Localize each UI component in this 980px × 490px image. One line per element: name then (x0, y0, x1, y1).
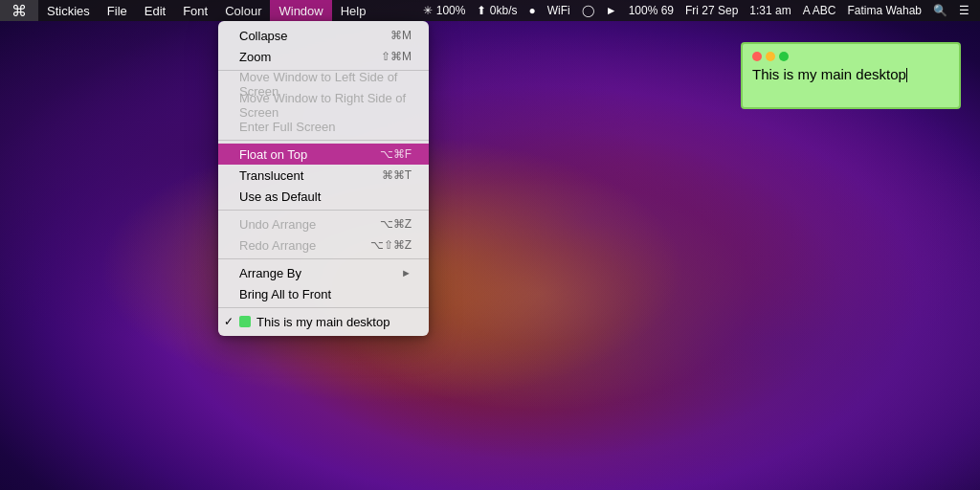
separator-2 (218, 140, 429, 141)
menu-main-desktop[interactable]: ✓ This is my main desktop (218, 311, 429, 332)
menu-translucent[interactable]: Translucent ⌘⌘T (218, 165, 429, 186)
menubar-window[interactable]: Window (270, 0, 331, 21)
wifi-item[interactable]: WiFi (543, 0, 575, 21)
menu-fullscreen: Enter Full Screen (218, 116, 429, 137)
separator-4 (218, 258, 429, 259)
brightness-item: ✳ 100% (418, 0, 470, 21)
menubar-font[interactable]: Font (174, 0, 216, 21)
time-item: 1:31 am (745, 0, 795, 21)
separator-5 (218, 307, 429, 308)
close-button[interactable] (752, 52, 762, 61)
menubar-left: ⌘ Stickies File Edit Font Colour Window … (0, 0, 374, 21)
volume-item[interactable]: ► (601, 0, 622, 21)
menu-redo-arrange: Redo Arrange ⌥⇧⌘Z (218, 234, 429, 256)
window-menu-dropdown: Collapse ⌘M Zoom ⇧⌘M Move Window to Left… (218, 21, 429, 336)
search-icon[interactable]: 🔍 (928, 0, 952, 21)
menu-collapse[interactable]: Collapse ⌘M (218, 25, 429, 46)
sticky-note-text[interactable]: This is my main desktop (752, 65, 949, 84)
text-cursor (906, 68, 907, 82)
bluetooth-item[interactable]: ● (523, 0, 540, 21)
input-method-item[interactable]: A ABC (798, 0, 841, 21)
network-item: ⬆ 0kb/s (472, 0, 522, 21)
menu-float-on-top[interactable]: Float on Top ⌥⌘F (218, 144, 429, 165)
menubar: ⌘ Stickies File Edit Font Colour Window … (0, 0, 980, 21)
menu-move-right: Move Window to Right Side of Screen (218, 95, 429, 116)
menubar-edit[interactable]: Edit (136, 0, 174, 21)
notification-item[interactable]: ◯ (577, 0, 599, 21)
menubar-help[interactable]: Help (332, 0, 375, 21)
green-dot-icon (239, 316, 251, 327)
menu-bring-all-front[interactable]: Bring All to Front (218, 283, 429, 304)
checkmark-icon: ✓ (224, 315, 234, 328)
zoom-button[interactable] (779, 52, 789, 61)
battery-item: 100% 69 (624, 0, 679, 21)
menu-undo-arrange: Undo Arrange ⌥⌘Z (218, 213, 429, 234)
menu-use-as-default[interactable]: Use as Default (218, 186, 429, 207)
menu-arrange-by[interactable]: Arrange By ► (218, 262, 429, 283)
menu-extras-icon[interactable]: ☰ (954, 0, 974, 21)
username-item: Fatima Wahab (842, 0, 926, 21)
apple-menu[interactable]: ⌘ (0, 0, 38, 21)
menubar-stickies[interactable]: Stickies (38, 0, 99, 21)
date-item: Fri 27 Sep (680, 0, 743, 21)
sticky-note: This is my main desktop (741, 42, 961, 109)
menubar-right: ✳ 100% ⬆ 0kb/s ● WiFi ◯ ► 100% 69 Fri 27… (418, 0, 980, 21)
separator-3 (218, 210, 429, 211)
sticky-titlebar (752, 52, 949, 61)
menubar-file[interactable]: File (99, 0, 136, 21)
menubar-colour[interactable]: Colour (216, 0, 270, 21)
menu-zoom[interactable]: Zoom ⇧⌘M (218, 46, 429, 67)
minimize-button[interactable] (766, 52, 775, 61)
